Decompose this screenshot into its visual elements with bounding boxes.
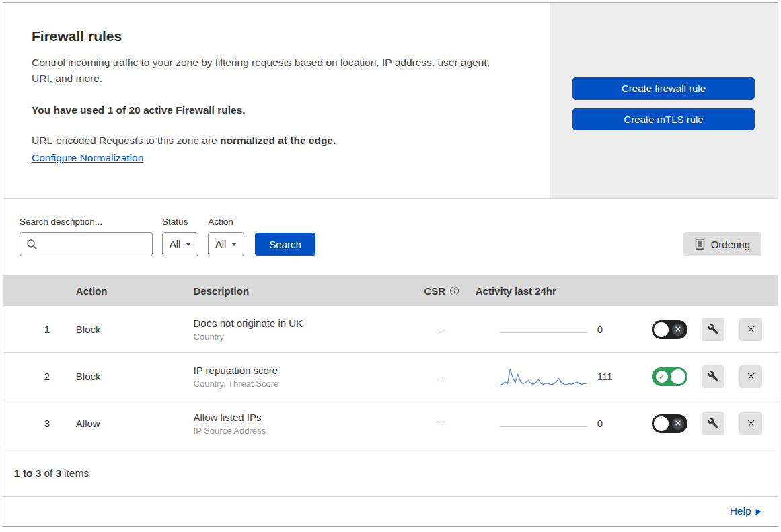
normalization-note-text: URL-encoded Requests to this zone are (32, 135, 220, 146)
ordering-icon (695, 238, 705, 250)
rule-activity-cell: 111 (476, 365, 644, 389)
page-header-text: Firewall rules Control incoming traffic … (3, 3, 550, 198)
rule-description-cell: IP reputation score Country, Threat Scor… (194, 365, 408, 389)
rule-enabled-toggle[interactable]: ✓ × (652, 367, 687, 386)
rule-priority: 3 (18, 418, 76, 429)
ordering-button-label: Ordering (711, 239, 750, 250)
rule-action: Block (76, 324, 194, 335)
pagination-summary: 1 to 3of3items (3, 447, 778, 497)
edit-rule-button[interactable] (702, 412, 724, 435)
usage-summary: You have used 1 of 20 active Firewall ru… (32, 104, 509, 116)
pagination-items: items (64, 467, 89, 479)
status-dropdown[interactable]: All (162, 232, 198, 256)
rule-description: Does not originate in UK (194, 317, 408, 329)
toggle-knob (654, 322, 669, 337)
rule-criteria: Country, Threat Score (194, 379, 408, 389)
search-input[interactable] (20, 232, 153, 256)
col-activity: Activity last 24hr (476, 285, 644, 297)
delete-rule-button[interactable] (739, 318, 762, 341)
action-label: Action (208, 217, 244, 227)
x-icon: × (672, 418, 684, 430)
wrench-icon (708, 324, 719, 335)
col-action: Action (76, 285, 194, 297)
rule-activity-cell: 0 (476, 412, 644, 436)
table-row: 3 Allow Allow listed IPs IP Source Addre… (3, 400, 778, 447)
page-description: Control incoming traffic to your zone by… (32, 54, 506, 87)
table-header: Action Description CSR Activity last 24h… (3, 275, 778, 306)
activity-sparkline (500, 317, 587, 342)
status-dropdown-value: All (170, 239, 180, 250)
wrench-icon (708, 371, 719, 382)
rule-description: IP reputation score (194, 365, 408, 376)
wrench-icon (708, 418, 719, 429)
rule-description-cell: Allow listed IPs IP Source Address (194, 412, 408, 436)
create-mtls-rule-button[interactable]: Create mTLS rule (572, 108, 755, 130)
close-icon (746, 418, 756, 428)
rule-enabled-toggle[interactable]: ✓ × (652, 414, 687, 433)
action-filter-group: Action All (208, 217, 244, 256)
rule-delete-cell (731, 365, 771, 388)
page-header-section: Firewall rules Control incoming traffic … (3, 3, 778, 199)
arrow-right-icon: ▶ (756, 508, 761, 515)
rule-description: Allow listed IPs (194, 412, 408, 423)
activity-sparkline (500, 412, 587, 436)
create-firewall-rule-button[interactable]: Create firewall rule (572, 77, 755, 100)
search-icon (26, 239, 37, 250)
help-link-label: Help (730, 505, 751, 517)
rule-csr-value: - (408, 324, 476, 335)
firewall-rules-page: Firewall rules Control incoming traffic … (3, 2, 778, 527)
col-description: Description (194, 285, 408, 297)
activity-count-link[interactable]: 111 (597, 371, 613, 382)
chevron-down-icon (231, 243, 237, 246)
delete-rule-button[interactable] (739, 412, 762, 435)
configure-normalization-link[interactable]: Configure Normalization (32, 152, 143, 164)
check-icon: ✓ (656, 371, 668, 383)
action-dropdown[interactable]: All (208, 232, 244, 256)
search-label: Search description... (20, 217, 153, 227)
normalization-note-bold: normalized at the edge. (220, 135, 336, 146)
rule-delete-cell (731, 412, 771, 435)
page-title: Firewall rules (32, 28, 509, 44)
rule-edit-cell (696, 318, 731, 341)
rule-action: Allow (76, 418, 194, 429)
table-row: 1 Block Does not originate in UK Country… (3, 306, 778, 353)
close-icon (746, 371, 756, 381)
close-icon (746, 324, 756, 334)
rule-criteria: IP Source Address (194, 426, 408, 436)
pagination-total: 3 (55, 467, 61, 479)
header-actions-panel: Create firewall rule Create mTLS rule (550, 3, 778, 198)
ordering-button[interactable]: Ordering (683, 232, 761, 256)
x-icon: × (672, 324, 684, 336)
activity-count-link[interactable]: 0 (597, 324, 603, 335)
rule-edit-cell (696, 365, 731, 388)
rule-description-cell: Does not originate in UK Country (194, 317, 408, 342)
rule-toggle-cell: ✓ × (643, 414, 696, 433)
toggle-knob (671, 369, 685, 384)
status-filter-group: Status All (162, 217, 198, 256)
filter-bar: Search description... Status All Action … (3, 199, 778, 275)
col-csr-label: CSR (424, 285, 446, 297)
rule-toggle-cell: ✓ × (643, 320, 696, 339)
search-box (20, 232, 153, 256)
help-link[interactable]: Help ▶ (730, 505, 761, 517)
rule-priority: 1 (18, 324, 76, 335)
col-csr: CSR (408, 285, 476, 297)
activity-count-link[interactable]: 0 (597, 418, 603, 429)
search-button[interactable]: Search (255, 233, 315, 256)
rule-delete-cell (731, 318, 771, 341)
search-filter-group: Search description... (20, 217, 153, 256)
rule-enabled-toggle[interactable]: ✓ × (652, 320, 687, 339)
rule-criteria: Country (194, 332, 408, 342)
rule-activity-cell: 0 (476, 317, 644, 342)
toggle-knob (654, 416, 669, 431)
rule-priority: 2 (18, 371, 76, 382)
pagination-range: 1 to 3 (14, 467, 41, 479)
info-icon[interactable] (449, 286, 459, 296)
help-bar: Help ▶ (3, 497, 778, 526)
delete-rule-button[interactable] (739, 365, 762, 388)
edit-rule-button[interactable] (702, 318, 724, 341)
status-label: Status (162, 217, 198, 227)
edit-rule-button[interactable] (702, 365, 724, 388)
action-dropdown-value: All (215, 239, 226, 250)
pagination-of: of (44, 467, 52, 479)
